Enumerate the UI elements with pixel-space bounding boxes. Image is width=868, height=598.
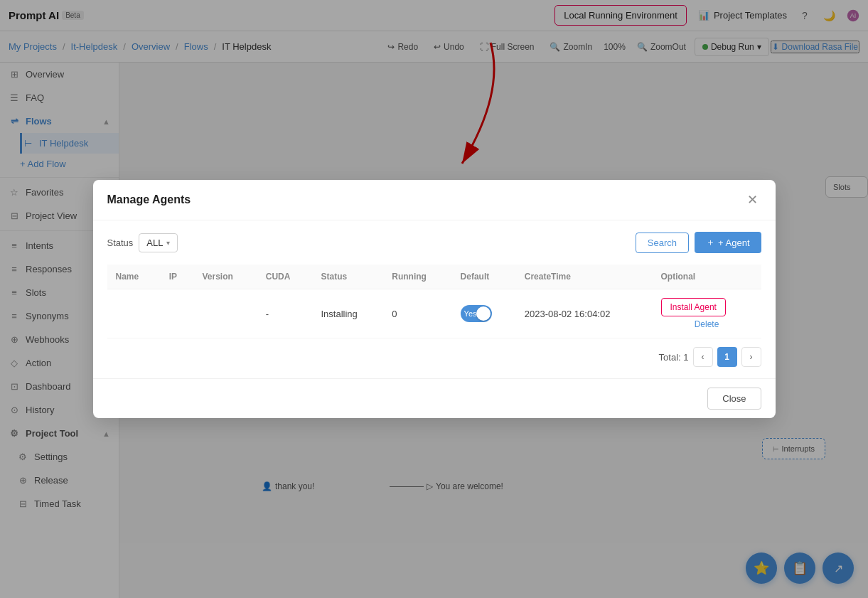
toggle-knob xyxy=(476,306,491,321)
col-status: Status xyxy=(312,265,383,289)
status-filter-value: ALL xyxy=(146,237,163,248)
modal-footer: Close xyxy=(93,378,776,418)
default-toggle[interactable]: Yes xyxy=(461,305,492,322)
action-group: Search ＋ + Agent xyxy=(636,232,761,253)
close-button[interactable]: Close xyxy=(707,388,761,410)
toggle-yes-label: Yes xyxy=(464,309,477,318)
modal-header: Manage Agents ✕ xyxy=(93,180,776,220)
manage-agents-modal: Manage Agents ✕ Status ALL ▾ Search ＋ + … xyxy=(93,180,776,418)
status-filter-label: Status xyxy=(107,237,134,248)
next-page-button[interactable]: › xyxy=(741,347,761,367)
col-default: Default xyxy=(452,265,516,289)
agents-table: Name IP Version CUDA Status Running Defa… xyxy=(107,265,761,338)
filter-row: Status ALL ▾ Search ＋ + Agent xyxy=(107,232,761,253)
cell-ip xyxy=(161,289,194,338)
agents-table-header-row: Name IP Version CUDA Status Running Defa… xyxy=(107,265,761,289)
add-agent-plus-icon: ＋ xyxy=(706,236,715,249)
add-agent-button[interactable]: ＋ + Agent xyxy=(695,232,761,253)
col-optional: Optional xyxy=(653,265,761,289)
install-agent-button[interactable]: Install Agent xyxy=(661,298,726,316)
col-cuda: CUDA xyxy=(257,265,313,289)
col-version: Version xyxy=(193,265,257,289)
filter-group: Status ALL ▾ xyxy=(107,233,178,252)
cell-default: Yes xyxy=(452,289,516,338)
status-select-arrow-icon: ▾ xyxy=(166,239,170,247)
cell-running: 0 xyxy=(383,289,451,338)
cell-name xyxy=(107,289,161,338)
col-ip: IP xyxy=(161,265,194,289)
agents-table-body: - Installing 0 Yes 2023-08-02 16:04:02 I… xyxy=(107,289,761,338)
prev-page-button[interactable]: ‹ xyxy=(693,347,713,367)
table-row: - Installing 0 Yes 2023-08-02 16:04:02 I… xyxy=(107,289,761,338)
agents-table-header: Name IP Version CUDA Status Running Defa… xyxy=(107,265,761,289)
page-1-button[interactable]: 1 xyxy=(717,347,737,367)
col-createtime: CreateTime xyxy=(516,265,653,289)
col-running: Running xyxy=(383,265,451,289)
delete-link[interactable]: Delete xyxy=(661,319,753,329)
status-filter-select[interactable]: ALL ▾ xyxy=(139,233,177,252)
modal-body: Status ALL ▾ Search ＋ + Agent xyxy=(93,220,776,378)
pagination-total: Total: 1 xyxy=(659,352,689,363)
search-button[interactable]: Search xyxy=(636,233,689,253)
modal-close-button[interactable]: ✕ xyxy=(744,191,761,208)
cell-optional: Install Agent Delete xyxy=(653,289,761,338)
modal-title: Manage Agents xyxy=(107,193,191,206)
cell-cuda: - xyxy=(257,289,313,338)
col-name: Name xyxy=(107,265,161,289)
modal-overlay: Manage Agents ✕ Status ALL ▾ Search ＋ + … xyxy=(0,0,868,598)
cell-status: Installing xyxy=(312,289,383,338)
cell-version xyxy=(193,289,257,338)
cell-createtime: 2023-08-02 16:04:02 xyxy=(516,289,653,338)
pagination-row: Total: 1 ‹ 1 › xyxy=(107,338,761,367)
